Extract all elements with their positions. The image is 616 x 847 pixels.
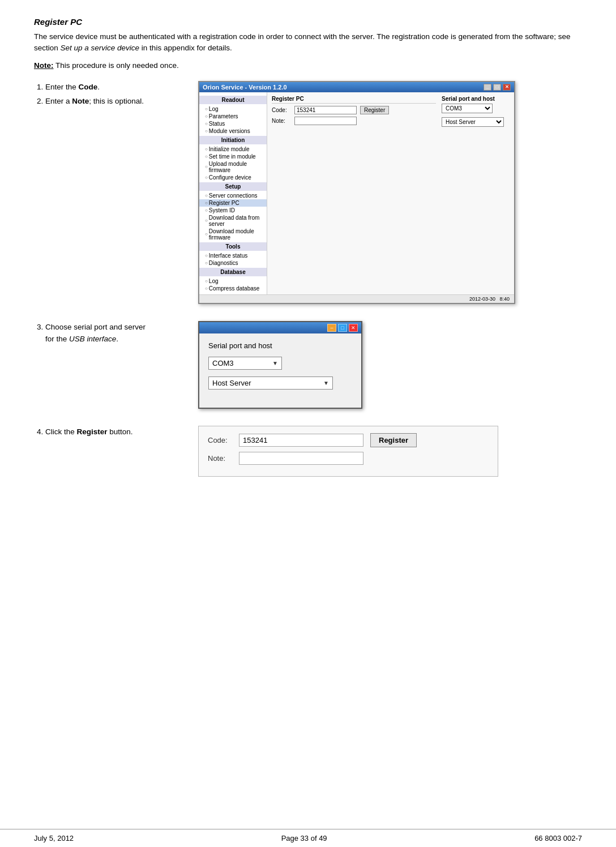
sidebar-system-id[interactable]: ○ System ID [199,207,267,214]
dialog-screenshot: – □ ✕ Serial port and host COM3 ▼ Host S… [198,321,582,409]
sidebar-upload-firmware[interactable]: ○ Upload module firmware [199,160,267,174]
sidebar: Readout ○ Log ○ Parameters ○ Status ○ Mo… [199,92,267,294]
intro-italic: Set up a service device [61,44,140,52]
footer-time: 8:40 [499,296,510,302]
step-4-bold: Register [77,427,108,436]
dialog-body: Serial port and host COM3 ▼ Host Server … [199,333,361,408]
note-bold: Note [72,97,89,105]
step-3-text-1: Choose serial port and server [45,323,146,331]
step-4-section: Click the Register button. Code: Registe… [34,426,582,477]
register-note-input[interactable] [239,452,363,465]
note-line: Note: This procedure is only needed once… [34,61,582,70]
sidebar-parameters[interactable]: ○ Parameters [199,113,267,120]
titlebar-controls: _ □ ✕ [484,84,511,91]
step-1-2-text: Enter the Code. Enter a Note; this is op… [34,81,181,110]
step-3-text: Choose serial port and server for the US… [34,321,181,348]
main-content: Register PC Code: Register Note: [267,92,514,294]
step-4-item: Click the Register button. [45,426,181,438]
serial-port-label-small: Serial port and host [442,96,510,102]
dialog-close-btn[interactable]: ✕ [349,324,358,332]
note-label-small: Note: [272,118,294,124]
step-4-text-1: Click the [45,427,77,436]
setup-header: Setup [199,182,267,191]
intro-paragraph: The service device must be authenticated… [34,31,582,54]
close-btn[interactable]: ✕ [503,84,511,91]
dialog-minimize-btn[interactable]: – [327,324,336,332]
step-1-2-section: Enter the Code. Enter a Note; this is op… [34,81,582,304]
sidebar-initialize-module[interactable]: ○ Initialize module [199,146,267,153]
sidebar-server-connections[interactable]: ○ Server connections [199,192,267,199]
page-footer: July 5, 2012 Page 33 of 49 66 8003 002-7 [0,829,616,847]
register-pc-panel-title: Register PC [272,96,436,104]
sidebar-configure-device[interactable]: ○ Configure device [199,174,267,181]
footer-date: July 5, 2012 [34,834,74,842]
page-title: Register PC [34,17,582,27]
app-screenshot: Orion Service - Version 1.2.0 _ □ ✕ Read… [198,81,582,304]
note-row: Note: [272,117,436,125]
minimize-btn[interactable]: _ [484,84,491,91]
host-select-dialog[interactable]: Host Server ▼ [208,377,333,390]
app-titlebar: Orion Service - Version 1.2.0 _ □ ✕ [199,82,514,92]
code-label-small: Code: [272,107,294,113]
register-panel-screenshot: Code: Register Note: [198,426,582,477]
register-note-row: Note: [208,452,489,465]
initiation-header: Initiation [199,136,267,144]
step-4-text-2: button. [108,427,133,436]
sidebar-download-data[interactable]: ○ Download data from server [199,214,267,228]
step-3-text-2: for the [45,335,69,343]
step-1-item: Enter the Code. [45,81,181,93]
register-btn-small[interactable]: Register [360,106,389,114]
sidebar-download-module-firmware[interactable]: ○ Download module firmware [199,228,267,241]
register-note-label: Note: [208,454,239,463]
register-pc-left: Register PC Code: Register Note: [272,96,436,129]
app-footer: 2012-03-30 8:40 [199,294,514,303]
app-body: Readout ○ Log ○ Parameters ○ Status ○ Mo… [199,92,514,294]
readout-header: Readout [199,96,267,104]
sidebar-interface-status[interactable]: ○ Interface status [199,252,267,259]
host-value: Host Server [212,379,251,387]
com-select-dialog[interactable]: COM3 ▼ [208,357,282,370]
step-4-text: Click the Register button. [34,426,181,440]
sidebar-module-versions[interactable]: ○ Module versions [199,127,267,135]
register-code-input[interactable] [239,434,363,447]
sidebar-register-pc[interactable]: ○ Register PC [199,199,267,207]
register-panel: Code: Register Note: [198,426,498,477]
note-text: This procedure is only needed once. [54,61,179,70]
app-window: Orion Service - Version 1.2.0 _ □ ✕ Read… [198,81,515,304]
app-title: Orion Service - Version 1.2.0 [203,84,287,91]
register-pc-panel: Register PC Code: Register Note: [272,96,510,129]
com-dropdown-arrow: ▼ [272,360,278,366]
note-label: Note: [34,61,54,70]
step-3-italic: USB interface [69,335,116,343]
register-pc-right: Serial port and host COM3 Host Server [442,96,510,129]
restore-btn[interactable]: □ [493,84,501,91]
dialog-controls: – □ ✕ [327,324,358,332]
database-header: Database [199,268,267,276]
footer-doc-number: 66 8003 002-7 [534,834,582,842]
sidebar-db-log[interactable]: ○ Log [199,277,267,285]
dialog-section-title: Serial port and host [208,341,352,350]
footer-date: 2012-03-30 [469,296,495,302]
dialog-restore-btn[interactable]: □ [338,324,347,332]
sidebar-status[interactable]: ○ Status [199,120,267,127]
register-code-row: Code: Register [208,433,489,447]
step-3-item: Choose serial port and server for the US… [45,321,181,345]
intro-text-after: in this appendix for details. [139,44,232,52]
note-input-small[interactable] [294,117,357,125]
sidebar-log[interactable]: ○ Log [199,105,267,113]
com-value: COM3 [212,359,234,367]
register-big-btn[interactable]: Register [370,433,417,447]
host-select-small[interactable]: Host Server [442,117,504,127]
register-code-label: Code: [208,436,239,444]
footer-page: Page 33 of 49 [281,834,327,842]
com-select-small[interactable]: COM3 [442,104,493,113]
tools-header: Tools [199,242,267,251]
sidebar-set-time[interactable]: ○ Set time in module [199,153,267,160]
step-3-text-3: . [116,335,118,343]
sidebar-diagnostics[interactable]: ○ Diagnostics [199,259,267,267]
dialog-window: – □ ✕ Serial port and host COM3 ▼ Host S… [198,321,362,409]
code-input-small[interactable] [294,106,357,114]
sidebar-compress-db[interactable]: ○ Compress database [199,285,267,292]
host-dropdown-arrow: ▼ [323,380,329,386]
code-bold: Code [79,83,98,91]
